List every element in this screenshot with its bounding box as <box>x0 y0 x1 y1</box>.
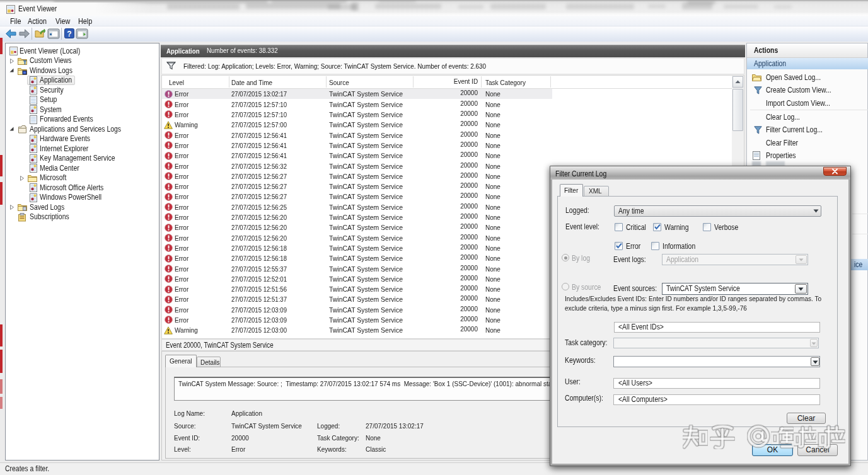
svg-text:?: ? <box>67 30 71 38</box>
